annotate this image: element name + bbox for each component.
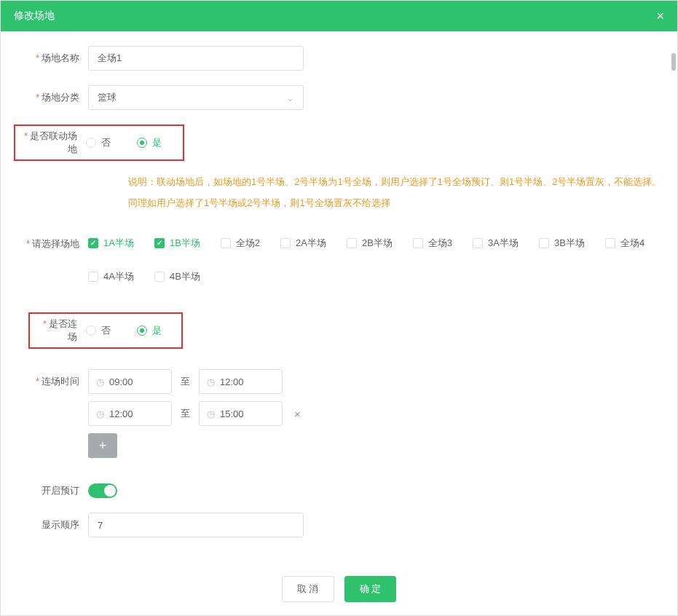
radio-group-linkage: 否 是 — [86, 130, 183, 155]
checkbox-box-icon — [347, 238, 357, 248]
checkbox-box-icon — [539, 238, 549, 248]
time-row: ◷09:00至◷12:00 — [88, 369, 663, 394]
checkbox-label: 3A半场 — [488, 237, 519, 250]
radio-dot-icon — [137, 138, 147, 148]
checkbox-box-icon — [154, 272, 165, 282]
checkbox-venue[interactable]: 2A半场 — [280, 237, 326, 250]
checkbox-venue[interactable]: 3B半场 — [539, 237, 585, 250]
checkbox-venue[interactable]: 全场2 — [221, 237, 260, 250]
time-separator: 至 — [181, 375, 190, 388]
checkbox-label: 全场4 — [620, 237, 645, 250]
row-time: *连场时间 ◷09:00至◷12:00◷12:00至◷15:00× + — [23, 369, 663, 458]
clock-icon: ◷ — [96, 408, 104, 419]
time-value: 12:00 — [220, 376, 244, 387]
close-icon[interactable]: × — [656, 9, 664, 24]
time-value: 09:00 — [109, 376, 133, 387]
checkbox-venue[interactable]: 4B半场 — [154, 270, 200, 283]
chevron-down-icon: ⌄ — [286, 92, 294, 103]
checkbox-venue[interactable]: 1A半场 — [88, 237, 134, 250]
confirm-button[interactable]: 确 定 — [344, 576, 397, 602]
checkbox-label: 1A半场 — [103, 237, 134, 250]
time-input[interactable]: ◷09:00 — [88, 369, 172, 394]
radio-continuous-yes[interactable]: 是 — [137, 324, 162, 337]
checkbox-label: 4B半场 — [170, 270, 200, 283]
checkbox-box-icon — [413, 238, 423, 248]
label-venue-select: *请选择场地 — [23, 232, 88, 250]
checkbox-box-icon — [88, 238, 98, 248]
radio-dot-icon — [86, 138, 96, 148]
remove-time-button[interactable]: × — [291, 408, 304, 420]
row-venue-select: *请选择场地 1A半场1B半场全场22A半场2B半场全场33A半场3B半场全场4… — [23, 232, 663, 283]
clock-icon: ◷ — [207, 376, 215, 387]
cancel-button[interactable]: 取 消 — [282, 576, 334, 602]
checkbox-box-icon — [473, 238, 483, 248]
highlight-continuous: *是否连场 否 是 — [28, 312, 183, 349]
checkbox-box-icon — [221, 238, 231, 248]
add-time-button[interactable]: + — [88, 433, 117, 458]
highlight-linkage: *是否联动场地 否 是 — [14, 125, 184, 161]
time-value: 15:00 — [220, 408, 244, 419]
time-input[interactable]: ◷15:00 — [199, 401, 283, 426]
checkbox-venue[interactable]: 全场4 — [605, 237, 645, 250]
checkbox-box-icon — [154, 238, 165, 248]
modal-header: 修改场地 × — [1, 1, 677, 31]
row-venue-name: *场地名称 — [23, 46, 663, 71]
time-row: ◷12:00至◷15:00× — [88, 401, 663, 426]
clock-icon: ◷ — [96, 376, 104, 387]
clock-icon: ◷ — [207, 408, 215, 419]
radio-group-continuous: 否 是 — [86, 318, 181, 343]
checkbox-grid-venues: 1A半场1B半场全场22A半场2B半场全场33A半场3B半场全场44A半场4B半… — [88, 232, 663, 283]
checkbox-box-icon — [280, 238, 291, 248]
input-venue-name[interactable] — [88, 46, 304, 71]
label-venue-name: *场地名称 — [23, 46, 88, 65]
time-rows: ◷09:00至◷12:00◷12:00至◷15:00× — [88, 369, 663, 426]
checkbox-label: 3B半场 — [554, 237, 585, 250]
scrollbar[interactable] — [671, 31, 676, 569]
switch-booking[interactable] — [88, 483, 117, 498]
radio-dot-icon — [86, 325, 96, 336]
row-order: 显示顺序 — [23, 513, 663, 537]
label-order: 显示顺序 — [23, 513, 88, 532]
label-booking: 开启预订 — [23, 478, 88, 497]
checkbox-label: 全场3 — [428, 237, 452, 250]
select-value: 篮球 — [98, 91, 117, 104]
label-time: *连场时间 — [23, 369, 88, 388]
label-venue-category: *场地分类 — [23, 85, 88, 104]
label-continuous: *是否连场 — [33, 317, 86, 344]
checkbox-label: 全场2 — [236, 237, 260, 250]
time-separator: 至 — [181, 407, 190, 420]
radio-linkage-no[interactable]: 否 — [86, 136, 111, 149]
checkbox-label: 4A半场 — [103, 270, 134, 283]
time-input[interactable]: ◷12:00 — [199, 369, 283, 394]
time-input[interactable]: ◷12:00 — [88, 401, 172, 426]
radio-continuous-no[interactable]: 否 — [86, 324, 111, 337]
checkbox-venue[interactable]: 全场3 — [413, 237, 452, 250]
checkbox-venue[interactable]: 2B半场 — [347, 237, 393, 250]
scrollbar-thumb[interactable] — [671, 53, 676, 71]
checkbox-label: 2A半场 — [296, 237, 326, 250]
row-booking: 开启预订 — [23, 478, 663, 498]
notice-text: 说明：联动场地后，如场地的1号半场、2号半场为1号全场，则用户选择了1号全场预订… — [128, 172, 663, 213]
row-venue-category: *场地分类 篮球 ⌄ — [23, 85, 663, 110]
radio-dot-icon — [137, 325, 147, 336]
modal-footer: 取 消 确 定 — [1, 569, 677, 615]
modal-title: 修改场地 — [14, 9, 55, 23]
checkbox-label: 2B半场 — [362, 237, 393, 250]
label-linkage: *是否联动场地 — [19, 130, 86, 156]
checkbox-venue[interactable]: 3A半场 — [473, 237, 519, 250]
checkbox-box-icon — [605, 238, 615, 248]
checkbox-venue[interactable]: 4A半场 — [88, 270, 134, 283]
time-value: 12:00 — [109, 408, 133, 419]
modal-dialog: 修改场地 × *场地名称 *场地分类 篮球 ⌄ *是否联动场地 — [0, 0, 678, 616]
checkbox-venue[interactable]: 1B半场 — [154, 237, 200, 250]
input-order[interactable] — [88, 513, 304, 537]
modal-body: *场地名称 *场地分类 篮球 ⌄ *是否联动场地 — [1, 31, 677, 569]
select-venue-category[interactable]: 篮球 ⌄ — [88, 85, 304, 110]
checkbox-label: 1B半场 — [170, 237, 200, 250]
radio-linkage-yes[interactable]: 是 — [137, 136, 162, 149]
checkbox-box-icon — [88, 272, 98, 282]
